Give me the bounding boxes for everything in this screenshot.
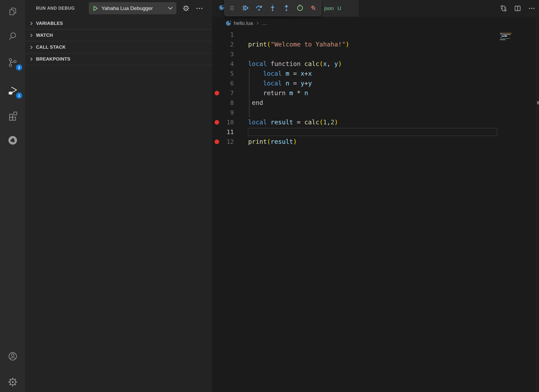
line-number: 7 [221,90,234,97]
disconnect-button[interactable] [310,4,317,12]
current-line-highlight [248,128,497,136]
code-text[interactable]: print(result) [248,138,297,145]
code-text[interactable]: local result = calc(1,2) [248,119,338,126]
breakpoint[interactable] [212,117,221,127]
account-icon [8,351,18,361]
line-number: 8 [221,99,234,106]
activitybar-settings[interactable] [0,373,25,391]
lua-file-icon [226,21,231,26]
tab-label: json [324,5,334,11]
breakpoint-gutter[interactable] [212,30,221,39]
code-text[interactable]: end [248,99,263,106]
ellipsis-icon [528,5,535,12]
code-editor[interactable]: 12print("Welcome to Yahaha!")34local fun… [212,30,537,147]
activitybar-explorer[interactable] [0,2,25,21]
vscode-window: 2 1 [0,0,539,392]
code-line-11[interactable]: 11 [212,127,537,137]
code-line-4[interactable]: 4local function calc(x, y) [212,59,537,69]
tab-hello-lua[interactable] [219,5,224,10]
ellipsis-icon [196,5,203,12]
compare-changes-icon [500,5,507,12]
breakpoint-gutter[interactable] [212,78,221,88]
lua-file-icon [219,5,224,10]
section-label: VARIABLES [36,21,63,26]
minimap[interactable] [500,32,533,40]
code-line-5[interactable]: 5 local m = x+x [212,69,537,78]
start-debug-icon[interactable] [93,5,98,11]
code-line-8[interactable]: 8 end [212,98,537,108]
continue-icon [242,4,249,12]
section-variables[interactable]: VARIABLES [25,18,212,29]
line-number: 10 [221,119,234,126]
breakpoint-gutter[interactable] [212,49,221,59]
editor-group: json U [212,0,539,392]
breadcrumb-symbol[interactable]: ... [262,20,267,26]
sidebar-header: RUN AND DEBUG Yahaha Lua Debugger [25,0,212,18]
line-number: 12 [221,138,234,145]
section-breakpoints[interactable]: BREAKPOINTS [25,53,212,65]
more-actions-button[interactable] [528,5,535,12]
activity-bar: 2 1 [0,0,25,392]
toolbar-drag-gripper[interactable] [228,4,236,12]
breakpoint-gutter[interactable] [212,98,221,108]
disconnect-plug-icon [310,4,317,12]
overview-ruler-cursor-marker [537,101,539,104]
step-out-button[interactable] [283,4,290,12]
chevron-right-icon [29,33,34,38]
breakpoint-gutter[interactable] [212,127,221,137]
section-call-stack[interactable]: CALL STACK [25,41,212,53]
restart-button[interactable] [296,4,304,12]
breadcrumb-file[interactable]: hello.lua [234,20,253,26]
code-line-6[interactable]: 6 local n = y+y [212,78,537,88]
chevron-right-icon [29,57,34,61]
split-editor-button[interactable] [514,5,521,12]
continue-button[interactable] [242,4,249,12]
activitybar-extensions[interactable] [0,106,25,125]
open-changes-button[interactable] [500,5,507,12]
breakpoint-gutter[interactable] [212,39,221,49]
code-line-2[interactable]: 2print("Welcome to Yahaha!") [212,39,537,49]
chevron-right-icon [256,21,259,25]
breakpoint-gutter[interactable] [212,69,221,78]
sidebar-title: RUN AND DEBUG [36,0,75,17]
files-icon [8,6,18,16]
line-number: 4 [221,61,234,67]
code-text[interactable]: local n = y+y [248,80,312,87]
chevron-right-icon [29,21,34,26]
code-line-3[interactable]: 3 [212,49,537,59]
views-and-more-actions-button[interactable] [193,2,205,14]
code-line-1[interactable]: 1 [212,30,537,39]
debug-badge: 1 [16,92,22,99]
code-line-7[interactable]: 7 return m * n [212,88,537,98]
line-number: 2 [221,41,234,48]
code-line-12[interactable]: 12print(result) [212,137,537,147]
code-text[interactable]: return m * n [248,89,308,97]
breakpoint[interactable] [212,88,221,98]
code-line-10[interactable]: 10local result = calc(1,2) [212,117,537,127]
code-text[interactable]: local function calc(x, y) [248,60,342,67]
code-line-9[interactable]: 9 [212,108,537,117]
debug-configure-button[interactable] [180,2,192,14]
activitybar-search[interactable] [0,27,25,45]
debug-config-dropdown[interactable]: Yahaha Lua Debugger [89,2,176,14]
search-icon [8,31,18,41]
breakpoint-gutter[interactable] [212,59,221,69]
step-into-button[interactable] [269,4,276,12]
breakpoint-dot[interactable] [215,91,219,95]
section-watch[interactable]: WATCH [25,29,212,41]
step-over-button[interactable] [255,4,263,12]
line-number: 9 [221,109,234,116]
activitybar-source-control[interactable]: 2 [0,53,25,72]
activitybar-run-and-debug[interactable]: 1 [0,81,25,100]
activitybar-yahaha[interactable] [0,131,25,150]
code-text[interactable]: local m = x+x [248,70,312,77]
breakpoint[interactable] [212,137,221,147]
breakpoint-gutter[interactable] [212,108,221,117]
gear-icon [182,5,190,12]
restart-icon [296,4,304,12]
code-text[interactable]: print("Welcome to Yahaha!") [248,41,349,48]
breadcrumb[interactable]: hello.lua ... [212,17,526,30]
breakpoint-dot[interactable] [215,139,219,144]
activitybar-account[interactable] [0,347,25,366]
breakpoint-dot[interactable] [215,120,219,125]
